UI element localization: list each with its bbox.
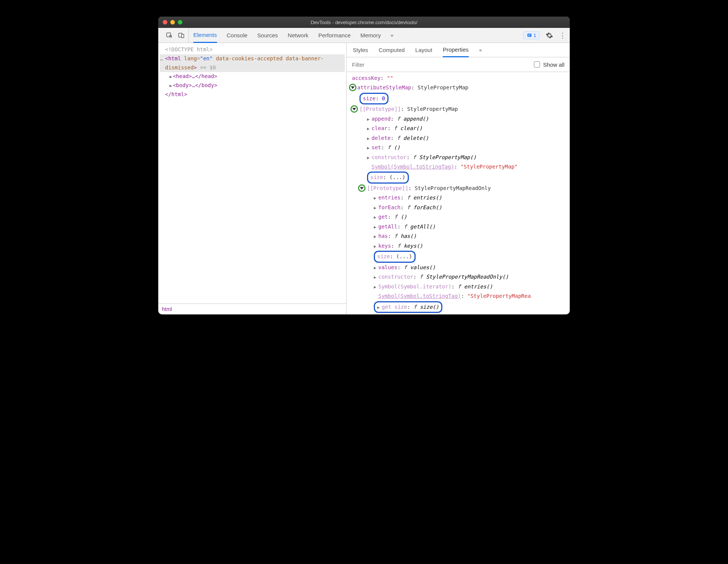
window-controls [163, 20, 182, 25]
selected-marker: == $0 [200, 64, 216, 70]
dom-html-element[interactable]: … <html lang="en" data-cookies-accepted … [160, 54, 345, 72]
sidebar-tabs: Styles Computed Layout Properties » [347, 43, 570, 57]
expanded-marker-icon[interactable] [349, 84, 356, 91]
prop-append[interactable]: ▶append: f append() [352, 114, 570, 124]
prop-size-ellipsis[interactable]: size: (...) [352, 172, 570, 183]
expand-icon[interactable]: ▶ [374, 243, 378, 250]
prop-prototype[interactable]: [[Prototype]]: StylePropertyMap [352, 104, 570, 114]
prop-prototype[interactable]: ▶[[Prototype]]: Object [352, 313, 570, 314]
prop-values[interactable]: ▶values: f values() [352, 263, 570, 272]
prop-attributestylemap[interactable]: attributeStyleMap: StylePropertyMap [352, 83, 570, 92]
showall-checkbox[interactable] [534, 61, 540, 67]
expand-icon[interactable]: ▶ [170, 83, 172, 88]
dom-body[interactable]: ▶<body>…</body> [160, 81, 345, 90]
prop-symbol-tag[interactable]: Symbol(Symbol.toStringTag): "StyleProper… [352, 162, 570, 172]
expand-icon[interactable]: ▶ [377, 304, 382, 311]
prop-set[interactable]: ▶set: f () [352, 143, 570, 152]
tabs-overflow-icon[interactable]: » [391, 28, 393, 43]
tab-console[interactable]: Console [227, 28, 248, 43]
zoom-window-icon[interactable] [178, 20, 182, 25]
inspect-icon[interactable] [166, 32, 173, 39]
window-title: DevTools - developer.chrome.com/docs/dev… [158, 20, 570, 25]
expand-icon[interactable]: ▶ [374, 264, 378, 272]
tab-network[interactable]: Network [288, 28, 309, 43]
expand-icon[interactable]: ▶ [367, 116, 372, 123]
prop-get-size[interactable]: ▶get size: f size() [352, 301, 570, 313]
subtabs-overflow-icon[interactable]: » [479, 43, 482, 57]
prop-delete[interactable]: ▶delete: f delete() [352, 133, 570, 143]
svg-rect-5 [528, 35, 530, 36]
prop-foreach[interactable]: ▶forEach: f forEach() [352, 203, 570, 212]
expand-icon[interactable]: ▶ [374, 224, 378, 231]
svg-rect-4 [528, 34, 531, 35]
expand-icon[interactable]: ▶ [374, 274, 378, 281]
minimize-window-icon[interactable] [170, 20, 175, 25]
panel-tabs: Elements Console Sources Network Perform… [193, 28, 523, 43]
expand-icon[interactable]: ▶ [367, 144, 372, 152]
issues-count: 1 [534, 32, 536, 38]
dom-head[interactable]: ▶<head>…</head> [160, 72, 345, 81]
dom-tree[interactable]: <!DOCTYPE html> … <html lang="en" data-c… [158, 43, 346, 303]
prop-get[interactable]: ▶get: f () [352, 212, 570, 222]
expanded-marker-icon[interactable] [358, 184, 366, 192]
devtools-window: DevTools - developer.chrome.com/docs/dev… [158, 17, 570, 314]
expand-icon[interactable]: ▶ [374, 204, 378, 212]
main-toolbar: Elements Console Sources Network Perform… [158, 28, 570, 43]
device-toggle-icon[interactable] [178, 32, 185, 39]
expand-icon[interactable]: ▶ [367, 125, 372, 133]
tab-memory[interactable]: Memory [361, 28, 381, 43]
expanded-marker-icon[interactable] [350, 105, 358, 113]
subtab-layout[interactable]: Layout [415, 43, 432, 57]
breadcrumb[interactable]: html [158, 303, 346, 314]
svg-rect-2 [182, 34, 184, 38]
close-window-icon[interactable] [163, 20, 167, 25]
dom-html-close[interactable]: </html> [160, 90, 345, 99]
expand-icon[interactable]: ▶ [374, 195, 378, 202]
overflow-dots-icon: … [160, 54, 163, 63]
prop-getall[interactable]: ▶getAll: f getAll() [352, 222, 570, 231]
prop-size[interactable]: size: 0 [352, 93, 570, 104]
tab-elements[interactable]: Elements [193, 28, 217, 43]
prop-accesskey[interactable]: accessKey: "" [352, 74, 570, 83]
settings-icon[interactable] [546, 32, 553, 39]
expand-icon[interactable]: ▶ [367, 135, 372, 143]
main-panes: <!DOCTYPE html> … <html lang="en" data-c… [158, 43, 570, 314]
tab-performance[interactable]: Performance [318, 28, 351, 43]
prop-has[interactable]: ▶has: f has() [352, 231, 570, 241]
more-menu-icon[interactable]: ⋮ [559, 31, 566, 40]
prop-clear[interactable]: ▶clear: f clear() [352, 124, 570, 133]
subtab-computed[interactable]: Computed [379, 43, 405, 57]
properties-tree[interactable]: accessKey: "" attributeStyleMap: StylePr… [347, 72, 570, 314]
filter-bar: Show all [347, 57, 570, 72]
prop-constructor[interactable]: ▶constructor: f StylePropertyMapReadOnly… [352, 272, 570, 282]
filter-input[interactable] [352, 61, 529, 68]
showall-toggle[interactable]: Show all [534, 61, 564, 68]
prop-size-ellipsis[interactable]: size: (...) [352, 251, 570, 262]
prop-entries[interactable]: ▶entries: f entries() [352, 193, 570, 202]
tab-sources[interactable]: Sources [257, 28, 278, 43]
expand-icon[interactable]: ▶ [367, 154, 372, 162]
issues-icon [527, 33, 532, 38]
prop-constructor[interactable]: ▶constructor: f StylePropertyMap() [352, 153, 570, 162]
svg-rect-3 [528, 34, 532, 37]
doctype[interactable]: <!DOCTYPE html> [165, 46, 213, 52]
subtab-styles[interactable]: Styles [353, 43, 368, 57]
prop-prototype[interactable]: [[Prototype]]: StylePropertyMapReadOnly [352, 184, 570, 193]
sidebar-pane: Styles Computed Layout Properties » Show… [347, 43, 570, 314]
elements-pane: <!DOCTYPE html> … <html lang="en" data-c… [158, 43, 347, 314]
prop-keys[interactable]: ▶keys: f keys() [352, 241, 570, 251]
issues-badge[interactable]: 1 [523, 31, 540, 39]
expand-icon[interactable]: ▶ [374, 284, 378, 291]
subtab-properties[interactable]: Properties [443, 43, 468, 57]
expand-icon[interactable]: ▶ [374, 214, 378, 221]
prop-symbol-tag[interactable]: Symbol(Symbol.toStringTag): "StyleProper… [352, 291, 570, 301]
prop-symbol-iterator[interactable]: ▶Symbol(Symbol.iterator): f entries() [352, 282, 570, 291]
titlebar[interactable]: DevTools - developer.chrome.com/docs/dev… [158, 17, 570, 28]
expand-icon[interactable]: ▶ [170, 74, 172, 79]
expand-icon[interactable]: ▶ [374, 233, 378, 241]
